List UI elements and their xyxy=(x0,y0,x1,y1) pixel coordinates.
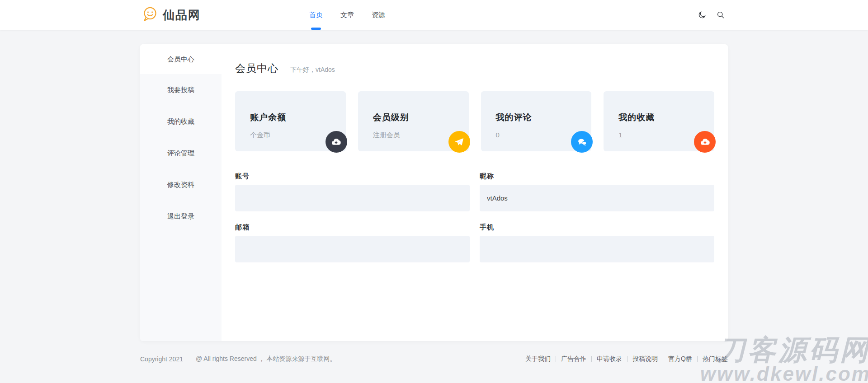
divider xyxy=(697,356,698,362)
stat-card-balance: 账户余额 个金币 xyxy=(235,91,346,151)
footer-links: 关于我们 广告合作 申请收录 投稿说明 官方Q群 热门标签 xyxy=(525,355,728,363)
cloud-download-icon xyxy=(331,137,341,147)
stat-card-comments: 我的评论 0 xyxy=(481,91,592,151)
nav-item-home[interactable]: 首页 xyxy=(308,0,324,30)
sidebar-item-logout[interactable]: 退出登录 xyxy=(140,201,222,232)
stats-row: 账户余额 个金币 会员级别 注册会员 xyxy=(235,91,714,151)
top-navbar: 仙品网 首页 文章 资源 xyxy=(0,0,868,30)
dark-mode-toggle[interactable] xyxy=(698,10,707,19)
sidebar: 会员中心 我要投稿 我的收藏 评论管理 修改资料 退出登录 xyxy=(140,44,222,341)
cloud-download-icon xyxy=(700,137,710,147)
nav-item-articles[interactable]: 文章 xyxy=(340,0,355,30)
account-input[interactable] xyxy=(235,185,470,211)
stat-card-favorites: 我的收藏 1 xyxy=(604,91,714,151)
profile-form: 账号 昵称 邮箱 手机 xyxy=(235,172,714,262)
stat-badge xyxy=(571,131,593,153)
divider xyxy=(663,356,663,362)
nav-item-resources[interactable]: 资源 xyxy=(371,0,386,30)
copyright-text: Copyright 2021 xyxy=(140,355,183,363)
field-label: 手机 xyxy=(480,223,714,232)
phone-input[interactable] xyxy=(480,236,714,262)
footer-link-about[interactable]: 关于我们 xyxy=(525,355,551,363)
field-label: 账号 xyxy=(235,172,470,181)
stat-badge xyxy=(448,131,470,153)
footer-link-qq-group[interactable]: 官方Q群 xyxy=(668,355,692,363)
email-input[interactable] xyxy=(235,236,470,262)
divider xyxy=(556,356,556,362)
member-panel: 会员中心 我要投稿 我的收藏 评论管理 修改资料 退出登录 会员中心 下午好，v… xyxy=(140,44,728,341)
moon-icon xyxy=(698,10,707,19)
field-label: 昵称 xyxy=(480,172,714,181)
main-nav: 首页 文章 资源 xyxy=(308,0,386,30)
stat-card-level: 会员级别 注册会员 xyxy=(358,91,469,151)
sidebar-item-edit-profile[interactable]: 修改资料 xyxy=(140,169,222,201)
divider xyxy=(591,356,592,362)
footer-link-submission-guide[interactable]: 投稿说明 xyxy=(632,355,658,363)
divider xyxy=(627,356,627,362)
nickname-input[interactable] xyxy=(480,185,714,211)
sidebar-item-member-center[interactable]: 会员中心 xyxy=(140,44,222,74)
search-button[interactable] xyxy=(716,10,725,19)
user-greeting: 下午好，vtAdos xyxy=(290,66,335,74)
search-icon xyxy=(716,10,725,19)
paper-plane-icon xyxy=(454,137,464,147)
footer-link-apply[interactable]: 申请收录 xyxy=(597,355,622,363)
sidebar-item-submit-post[interactable]: 我要投稿 xyxy=(140,74,222,106)
stat-badge xyxy=(694,131,716,153)
smiley-bubble-icon xyxy=(141,5,159,25)
page-footer: Copyright 2021 @ All rights Reserved ， 本… xyxy=(140,355,728,363)
footer-link-hot-tags[interactable]: 热门标签 xyxy=(703,355,728,363)
sidebar-item-comments[interactable]: 评论管理 xyxy=(140,137,222,169)
sidebar-item-favorites[interactable]: 我的收藏 xyxy=(140,106,222,137)
comments-icon xyxy=(577,137,587,147)
brand-name: 仙品网 xyxy=(163,7,201,23)
footer-link-ads[interactable]: 广告合作 xyxy=(561,355,586,363)
stat-badge xyxy=(326,131,347,153)
field-label: 邮箱 xyxy=(235,223,470,232)
active-tab-indicator xyxy=(311,28,321,30)
brand-logo[interactable]: 仙品网 xyxy=(141,0,201,30)
page-title: 会员中心 xyxy=(235,61,278,75)
rights-text: @ All rights Reserved ， 本站资源来源于互联网。 xyxy=(196,355,336,363)
